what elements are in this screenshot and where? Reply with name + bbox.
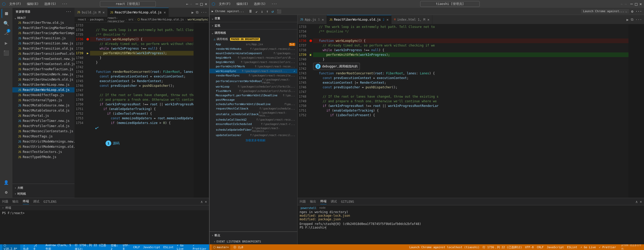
more-icon-tab[interactable]: ···: [201, 10, 207, 14]
callstack-scheduleUpdateOnFiber[interactable]: scheduleUpdateOnFiber f:\packages\react-…: [210, 126, 297, 133]
list-item[interactable]: JSReactFiberTracingMarkerComponent.new.j…: [12, 25, 75, 30]
error-count-left[interactable]: ⚠ 0△0: [23, 244, 31, 250]
menu-select-left[interactable]: 选择(S): [42, 2, 58, 6]
tab-build-js[interactable]: JS build.js M ×: [75, 8, 108, 17]
list-item[interactable]: JSReactReconcilerConstants.js: [12, 129, 75, 134]
callstack-requestHostCallback[interactable]: requestHostCallback f:\packages\schedule…: [210, 106, 297, 111]
debug-pause-btn[interactable]: ⏸: [247, 9, 254, 14]
variables-section-header[interactable]: ⌄ 变量: [210, 15, 297, 22]
callstack-renderRootSync[interactable]: renderRootSync f:\packages\react-reconci…: [210, 73, 297, 78]
panel-tab-gitlens-left[interactable]: GITLENS: [43, 200, 57, 204]
panel-tab-gitlens-right[interactable]: GITLENS: [341, 200, 354, 204]
list-item[interactable]: JSReactFiberTreeContext.new.js: [12, 56, 75, 61]
list-item[interactable]: JSReactFiberUnwindWork.old.js: [12, 77, 75, 82]
search-icon[interactable]: 🔍: [2, 19, 11, 28]
language-right[interactable]: JavaScript: [547, 246, 564, 249]
nav-forward-left[interactable]: →: [190, 2, 192, 6]
breakpoints-section-header[interactable]: › 断点: [210, 232, 297, 239]
extensions-icon[interactable]: ⬛: [2, 48, 11, 57]
list-item[interactable]: JSReactFiberTransitionPool.old.js: [12, 51, 75, 56]
win-maximize-right[interactable]: □: [635, 2, 638, 6]
encoding-left[interactable]: UTF-8: [123, 244, 130, 250]
win-minimize-left[interactable]: ─: [196, 2, 198, 6]
list-item[interactable]: JSReactRootTags.js: [12, 134, 75, 139]
panel-close-left[interactable]: ×: [205, 200, 207, 204]
tab-reactfiberworkloop[interactable]: JS ReactFiberWorkLoop.old.js ×: [108, 8, 169, 17]
win-minimize-right[interactable]: ─: [630, 2, 633, 6]
panel-tab-issues-left[interactable]: 问题: [2, 199, 8, 204]
list-item[interactable]: JSReactFiberTransition.new.js: [12, 41, 75, 46]
tab-index-html[interactable]: H index.html 1, M ×: [391, 15, 432, 24]
outline-section[interactable]: ›大纲: [12, 185, 75, 191]
callstack-messagePort[interactable]: MessagePort.performWorkUntilDeadline f:\…: [210, 93, 297, 98]
callstack-ensureRootScheduled[interactable]: ensureRootIsScheduled f:\packages\react-…: [210, 122, 297, 126]
menu-edit-right[interactable]: 编辑(E): [234, 2, 250, 6]
search-bar-right[interactable]: tiaoshi [管理员]: [420, 1, 480, 7]
sidebar-section-react[interactable]: ⌄ REACT: [12, 16, 75, 20]
list-item[interactable]: JSReactProfilerTimer.new.js: [12, 118, 75, 123]
list-item[interactable]: JSReactTypeOfMode.js: [12, 154, 75, 160]
panel-tab-output-right[interactable]: 输出: [310, 199, 316, 204]
menu-file-right[interactable]: 文件(F): [217, 2, 233, 6]
menu-file-left[interactable]: 文件(F): [7, 2, 23, 6]
list-item[interactable]: JSReactStrictModeWarnings.new.js: [12, 139, 75, 144]
debug-step-over-btn[interactable]: ↙: [255, 9, 259, 13]
breakpoint-dot-1736[interactable]: [85, 37, 90, 42]
list-item[interactable]: JSReactFiberTreeContext.old.js: [12, 61, 75, 67]
list-item[interactable]: JSReactFiberTransition.old.js: [12, 46, 75, 51]
launch-status[interactable]: Launch Chrome against localhost (tiaoshi…: [409, 246, 480, 249]
tab-app-js[interactable]: JS App.js 1 ×: [298, 15, 327, 24]
panel-expand-right[interactable]: ∧: [635, 200, 638, 204]
callstack-postMessage[interactable]: postMessage: [210, 98, 297, 102]
callstack-app-item[interactable]: App src/App.jsx 5→1: [210, 42, 297, 47]
list-item[interactable]: JSReactMutableSource.old.js: [12, 108, 75, 113]
code-content-right[interactable]: // The work loop is an extremely hot pat…: [313, 24, 628, 198]
tab-close-wl[interactable]: ×: [387, 18, 389, 22]
panel-tab-debug-right[interactable]: 调试: [331, 199, 337, 204]
callstack-renderWithHooks[interactable]: renderWithHooks f:\packages\react-reconc…: [210, 47, 297, 51]
callstack-workLoopSync[interactable]: workLoopSync f:\packages\react-reconcil.…: [210, 69, 297, 73]
panel-tab-debug-left[interactable]: 调试: [33, 199, 39, 204]
list-item[interactable]: JSReactFiberThrow.old.js: [12, 20, 75, 25]
terminal-content-left[interactable]: PS F:\react>: [0, 210, 209, 244]
panel-tab-output-left[interactable]: 输出: [12, 199, 19, 204]
remote-status-left[interactable]: ⬡ v18.2.0*: [2, 244, 20, 250]
code-content-left[interactable]: // The work loop is an extremely hot pat…: [90, 22, 194, 198]
tab-close-index[interactable]: ×: [427, 18, 429, 22]
callstack-beginWork1[interactable]: beginWork$1 f:\packages\react-reconciler…: [210, 60, 297, 64]
callstack-updateContainer[interactable]: updateContainer f:\packages\react-reconc…: [210, 133, 297, 137]
position-right[interactable]: 行 1736，列 22 (已选择12): [483, 245, 522, 249]
menu-more-right[interactable]: ···: [269, 2, 279, 6]
panel-close-right[interactable]: ×: [640, 200, 642, 204]
split-icon-right[interactable]: ⧉: [631, 17, 633, 22]
prettier-right[interactable]: ✓ Prettier: [599, 246, 616, 249]
callstack-schedulePerform[interactable]: schedulePerformWorkUntilDeadline f\pa...: [210, 102, 297, 106]
menu-edit-left[interactable]: 编辑(E): [25, 2, 41, 6]
more-icon-tab-right[interactable]: ···: [635, 18, 642, 22]
menu-select-right[interactable]: 选择(S): [252, 2, 268, 6]
debug-step-out-btn[interactable]: ↑: [265, 9, 269, 13]
eol-left[interactable]: CRLF: [133, 246, 140, 249]
position-left[interactable]: 行 1736，列 22 (已选择12): [75, 243, 108, 250]
eslint-left[interactable]: ESLint: [163, 246, 174, 249]
panel-expand-left[interactable]: ∧: [201, 200, 203, 204]
list-item[interactable]: JSReactInternalTypes.js: [12, 98, 75, 103]
tab-workloop-right[interactable]: JS ReactFiberWorkLoop.old.js 2 ×: [327, 15, 391, 24]
list-item[interactable]: JSReactFiberTreeReflection.js: [12, 67, 75, 72]
list-item[interactable]: JSReactFiberUnwindWork.new.js: [12, 72, 75, 77]
panel-tab-terminal-left[interactable]: 终端: [23, 199, 29, 204]
debug-stop-btn[interactable]: ⬛: [276, 9, 282, 13]
list-item[interactable]: JSReactFiberWorkLoop.new.js: [12, 82, 75, 87]
timeline-section[interactable]: ›时间线: [12, 191, 75, 197]
list-item[interactable]: JSReactTestSelectors.js: [12, 149, 75, 154]
list-item[interactable]: JSReactFiberTransition.js: [12, 36, 75, 41]
callstack-load-more[interactable]: 加载更多堆栈帧: [210, 137, 297, 143]
callstack-launch-item[interactable]: △ 调用堆栈 PAUSED ON BREAKPOINT: [210, 36, 297, 42]
tab-close-app[interactable]: ×: [322, 18, 324, 22]
list-item[interactable]: JSReactMutableSource.new.js: [12, 103, 75, 108]
panel-tab-terminal-right[interactable]: 终端: [320, 199, 327, 204]
spaces-left[interactable]: 空格: 2: [111, 244, 120, 250]
debug-settings-btn[interactable]: ⚙: [630, 9, 634, 13]
tab-close-workloop[interactable]: ×: [164, 10, 166, 14]
settings-icon-left[interactable]: ⚙: [2, 187, 11, 197]
